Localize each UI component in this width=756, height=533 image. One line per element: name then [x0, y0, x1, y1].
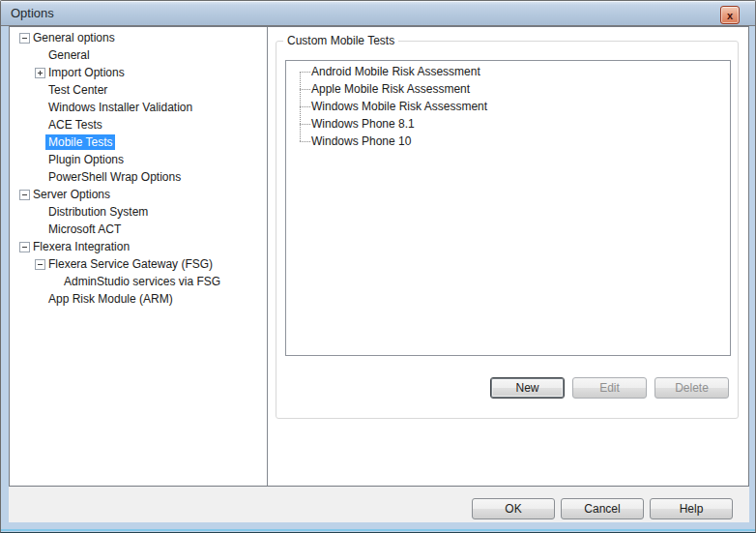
- list-item[interactable]: Windows Phone 8.1: [286, 115, 730, 133]
- list-item-label: Android Mobile Risk Assessment: [311, 65, 480, 78]
- tree-item[interactable]: AdminStudio services via FSG: [10, 273, 267, 290]
- tree-item-label: Mobile Tests: [45, 134, 115, 150]
- window-title: Options: [11, 6, 54, 20]
- cancel-button[interactable]: Cancel: [561, 498, 644, 519]
- ok-button[interactable]: OK: [472, 498, 555, 519]
- tree-item[interactable]: ACE Tests: [10, 116, 267, 133]
- tree-item-label: Server Options: [30, 187, 113, 202]
- tree-item[interactable]: Microsoft ACT: [10, 221, 267, 238]
- expander-icon[interactable]: [35, 68, 45, 78]
- titlebar[interactable]: Options x: [1, 1, 755, 26]
- tree-item[interactable]: Flexera Integration: [10, 238, 267, 255]
- tree-item-label: App Risk Module (ARM): [45, 291, 176, 307]
- delete-button[interactable]: Delete: [654, 377, 729, 399]
- expander-icon[interactable]: [19, 33, 30, 44]
- help-button[interactable]: Help: [650, 498, 733, 519]
- tree-item[interactable]: Test Center: [10, 81, 267, 99]
- list-item[interactable]: Apple Mobile Risk Assessment: [286, 80, 730, 98]
- tree-item[interactable]: Flexera Service Gateway (FSG): [10, 255, 267, 273]
- list-item[interactable]: Windows Mobile Risk Assessment: [286, 98, 730, 115]
- tree-item[interactable]: Import Options: [10, 64, 267, 81]
- tree-item[interactable]: PowerShell Wrap Options: [10, 168, 267, 186]
- tree-item[interactable]: Mobile Tests: [10, 133, 267, 151]
- list-item[interactable]: Android Mobile Risk Assessment: [286, 63, 730, 80]
- tree-item-label: General: [45, 47, 93, 63]
- tree-item[interactable]: General: [10, 46, 267, 64]
- groupbox-title: Custom Mobile Tests: [283, 34, 398, 47]
- tree-item[interactable]: Server Options: [10, 186, 267, 203]
- dialog-content: General options General Import Options T…: [9, 26, 749, 487]
- tree-item[interactable]: Windows Installer Validation: [10, 99, 267, 116]
- list-item-label: Apple Mobile Risk Assessment: [311, 82, 470, 96]
- close-icon[interactable]: x: [720, 6, 740, 24]
- tree-item-label: Flexera Integration: [30, 239, 132, 254]
- tree-item-label: Import Options: [45, 65, 128, 80]
- tree-item[interactable]: Distribution System: [10, 203, 267, 221]
- tree-item-label: Flexera Service Gateway (FSG): [45, 256, 216, 272]
- list-item-label: Windows Phone 8.1: [311, 117, 415, 131]
- list-item[interactable]: Windows Phone 10: [286, 133, 730, 150]
- edit-button[interactable]: Edit: [572, 377, 647, 399]
- dialog-footer: OK Cancel Help: [9, 487, 749, 522]
- tree-item-label: Plugin Options: [45, 152, 127, 167]
- tree-item-label: Windows Installer Validation: [45, 100, 195, 115]
- tree-item-label: Test Center: [45, 82, 110, 98]
- expander-icon[interactable]: [35, 259, 45, 270]
- list-item-label: Windows Phone 10: [311, 134, 411, 148]
- expander-icon[interactable]: [19, 190, 30, 200]
- tree-item-label: ACE Tests: [45, 117, 105, 133]
- list-item-label: Windows Mobile Risk Assessment: [311, 100, 487, 113]
- window-border-glow: [1, 529, 755, 531]
- mobile-tests-list[interactable]: Android Mobile Risk Assessment Apple Mob…: [285, 60, 731, 356]
- tree-item-label: Distribution System: [45, 204, 151, 220]
- list-action-buttons: New Edit Delete: [490, 377, 729, 399]
- custom-mobile-tests-groupbox: Custom Mobile Tests Android Mobile Risk …: [276, 41, 739, 419]
- tree-item-label: PowerShell Wrap Options: [45, 169, 184, 185]
- tree-item-label: AdminStudio services via FSG: [61, 274, 223, 289]
- tree-item[interactable]: App Risk Module (ARM): [10, 290, 267, 308]
- tree-item[interactable]: General options: [10, 29, 267, 46]
- tree-item[interactable]: Plugin Options: [10, 151, 267, 168]
- options-tree[interactable]: General options General Import Options T…: [10, 27, 268, 486]
- new-button[interactable]: New: [490, 377, 565, 399]
- options-dialog: Options x General options General Import…: [0, 0, 756, 533]
- tree-item-label: General options: [30, 30, 118, 45]
- tree-item-label: Microsoft ACT: [45, 222, 124, 237]
- expander-icon[interactable]: [19, 242, 30, 252]
